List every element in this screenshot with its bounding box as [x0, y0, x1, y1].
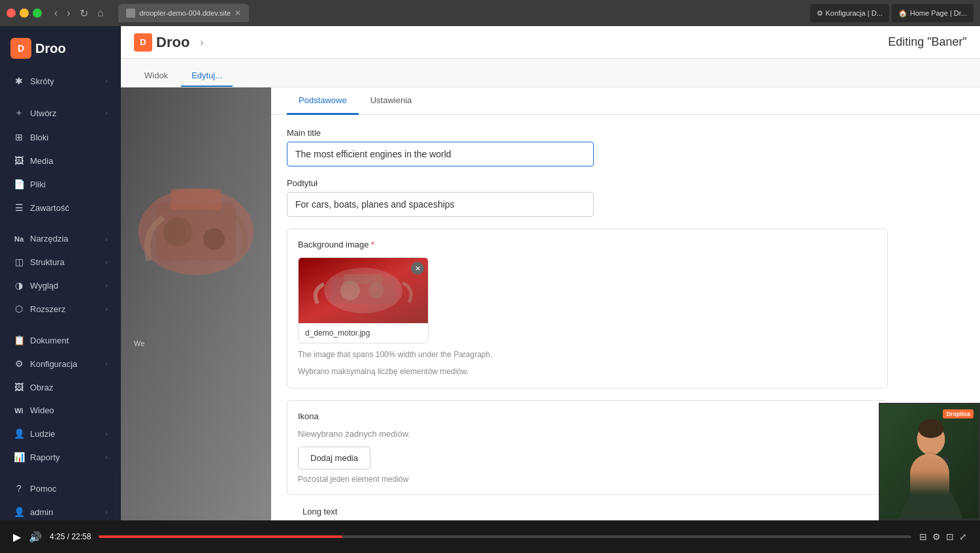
long-text-label: Long text: [302, 507, 338, 516]
main-title-label: Main title: [287, 128, 964, 138]
video-overlay: Droptica: [879, 403, 980, 520]
minimize-window-btn[interactable]: [20, 8, 29, 18]
chevron-icon: ›: [105, 109, 108, 117]
back-btn[interactable]: ‹: [51, 6, 61, 20]
struktura-icon: ◫: [13, 257, 25, 267]
image-card-close-btn[interactable]: ✕: [411, 262, 424, 275]
cms-logo-icon: D: [134, 33, 152, 52]
chevron-icon: ›: [105, 305, 108, 313]
cms-header-chevron-icon: ›: [200, 37, 203, 48]
browser-tab-active[interactable]: droopler-demo-004.ddev.site ✕: [118, 4, 249, 22]
volume-button[interactable]: 🔊: [29, 531, 42, 543]
pip-icon[interactable]: ⊡: [946, 531, 954, 542]
zawartosc-icon: ☰: [13, 202, 25, 213]
subtitle-input[interactable]: [287, 192, 594, 217]
image-card: ✕: [298, 257, 429, 343]
image-hint2: Wybrano maksymalną liczbę elementów medi…: [298, 366, 877, 377]
pomoc-label: Pomoc: [30, 484, 56, 494]
maximize-window-btn[interactable]: [33, 8, 42, 18]
utworz-icon: ＋: [13, 107, 25, 119]
main-title-input[interactable]: [287, 142, 594, 166]
wideo-label: Wideo: [30, 405, 54, 415]
long-text-section: Long text: [287, 507, 964, 520]
ikona-title: Ikona: [298, 411, 877, 421]
chevron-icon: ›: [105, 430, 108, 437]
ludzie-label: Ludzie: [30, 429, 55, 439]
sidebar-item-pomoc[interactable]: ? Pomoc: [3, 477, 118, 499]
cms-header: D Droo › Editing "Baner": [121, 26, 980, 59]
ludzie-icon: 👤: [13, 428, 25, 439]
homepage-icon: 🏠: [898, 9, 907, 18]
sidebar-item-wideo[interactable]: Wi Wideo: [3, 400, 118, 421]
svg-point-5: [203, 228, 225, 249]
sidebar-item-pliki[interactable]: 📄 Pliki: [3, 173, 118, 195]
fullscreen-icon[interactable]: ⤢: [959, 531, 967, 542]
subtitle-label: Podtytuł: [287, 178, 964, 188]
svg-rect-3: [171, 189, 221, 210]
tab-ustawienia[interactable]: Ustawienia: [359, 87, 424, 115]
active-tab-label: droopler-demo-004.ddev.site: [139, 9, 231, 17]
sidebar-item-media[interactable]: 🖼 Media: [3, 150, 118, 172]
struktura-label: Struktura: [30, 257, 65, 267]
tab-edytuj[interactable]: Edytuj...: [181, 65, 233, 87]
editing-panel: Podstawowe Ustawienia Main title Podtytu…: [271, 87, 980, 520]
dodaj-media-button[interactable]: Dodaj media: [298, 447, 370, 469]
home-btn[interactable]: ⌂: [94, 6, 107, 20]
sidebar-item-struktura[interactable]: ◫ Struktura ›: [3, 251, 118, 273]
sidebar-item-rozszerz[interactable]: ⬡ Rozszerz ›: [3, 298, 118, 320]
sidebar-item-obraz[interactable]: 🖼 Obraz: [3, 376, 118, 398]
svg-point-15: [918, 419, 943, 438]
sidebar-item-utworz[interactable]: ＋ Utwórz ›: [3, 101, 118, 125]
background-image-title: Background image *: [298, 240, 877, 249]
tab-widok[interactable]: Widok: [134, 65, 178, 87]
pomoc-icon: ?: [13, 483, 25, 494]
sidebar-item-dokument[interactable]: 📋 Dokument: [3, 329, 118, 351]
video-progress-bar[interactable]: [99, 535, 911, 538]
image-filename: d_demo_motor.jpg: [299, 323, 428, 343]
raporty-icon: 📊: [13, 452, 25, 462]
sidebar-item-skroty[interactable]: ✱ Skróty ›: [3, 70, 118, 92]
svg-rect-14: [926, 452, 936, 460]
sidebar-item-konfiguracja[interactable]: ⚙ Konfiguracja ›: [3, 353, 118, 375]
video-time: 4:25 / 22:58: [50, 532, 91, 541]
tab-close-icon[interactable]: ✕: [235, 8, 241, 18]
obraz-icon: 🖼: [13, 382, 25, 392]
forward-btn[interactable]: ›: [63, 6, 73, 20]
svg-point-4: [163, 217, 192, 246]
sidebar-item-wyglad[interactable]: ◑ Wygląd ›: [3, 274, 118, 296]
refresh-btn[interactable]: ↻: [76, 6, 91, 21]
wideo-icon: Wi: [13, 407, 25, 415]
close-window-btn[interactable]: [7, 8, 16, 18]
konfiguracja-tab[interactable]: ⚙ Konfiguracja | D...: [810, 4, 889, 22]
narzedzia-icon: Na: [13, 235, 25, 243]
media-label: Media: [30, 156, 53, 166]
sidebar-item-narzedzia[interactable]: Na Narzędzia ›: [3, 228, 118, 249]
tab-podstawowe[interactable]: Podstawowe: [287, 87, 359, 115]
main-title-group: Main title: [287, 128, 964, 166]
image-thumbnail: [299, 258, 428, 323]
homepage-tab[interactable]: 🏠 Home Page | Dr...: [892, 4, 973, 22]
settings-icon[interactable]: ⚙: [932, 531, 941, 542]
svg-point-10: [368, 283, 384, 298]
rozszerz-label: Rozszerz: [30, 304, 65, 314]
background-image-section: Background image * ✕: [287, 229, 888, 388]
dokument-label: Dokument: [30, 336, 69, 345]
chevron-icon: ›: [105, 77, 108, 85]
sidebar-item-admin[interactable]: 👤 admin ›: [3, 501, 118, 520]
play-button[interactable]: ▶: [13, 531, 21, 543]
sidebar-item-zawartosc[interactable]: ☰ Zawartość: [3, 197, 118, 219]
logo-text: Droo: [35, 41, 66, 56]
sidebar-item-bloki[interactable]: ⊞ Bloki: [3, 126, 118, 148]
zawartosc-label: Zawartość: [30, 203, 69, 213]
edit-area: We Podstawowe Ustawienia Main title: [121, 87, 980, 520]
subtitles-icon[interactable]: ⊟: [919, 531, 927, 542]
chevron-icon: ›: [105, 281, 108, 289]
sidebar-item-ludzie[interactable]: 👤 Ludzie ›: [3, 422, 118, 445]
admin-icon: 👤: [13, 507, 25, 517]
sidebar-item-raporty[interactable]: 📊 Raporty ›: [3, 446, 118, 468]
svg-rect-0: [121, 87, 271, 520]
media-icon: 🖼: [13, 155, 25, 166]
view-tabs-row: Widok Edytuj...: [121, 59, 980, 87]
video-controls: ▶ 🔊 4:25 / 22:58 ⊟ ⚙ ⊡ ⤢: [0, 520, 980, 553]
wyglad-icon: ◑: [13, 280, 25, 291]
